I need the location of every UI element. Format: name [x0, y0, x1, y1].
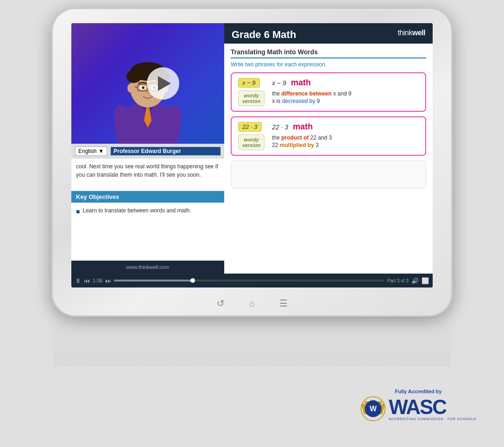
video-area — [71, 23, 224, 144]
language-label: English — [78, 148, 96, 154]
home-nav-icon[interactable]: ⌂ — [246, 297, 258, 310]
expression-card-2: 22 · 3 wordyversion 22 · 3 math the prod… — [231, 116, 426, 156]
expr-tag-2: 22 · 3 — [238, 122, 262, 132]
expr-phrase-1b: x is decreased by 9 — [272, 98, 320, 104]
tablet-screen: English ▼ Professor Edward Burger cool. … — [71, 23, 433, 287]
expr-phrase-1a: the difference between x and 9 — [272, 90, 351, 97]
progress-fill — [114, 280, 195, 281]
website-footer: www.thinkwell.com — [71, 261, 224, 274]
course-title: Grade 6 Math — [232, 29, 296, 41]
language-selector[interactable]: English ▼ — [75, 147, 107, 156]
svg-point-6 — [130, 67, 147, 78]
pause-button[interactable]: ⏸ — [75, 277, 81, 284]
next-button[interactable]: ⏭ — [105, 277, 111, 284]
progress-dot — [190, 278, 195, 283]
objective-text: Learn to translate between words and mat… — [82, 207, 191, 214]
wasc-letters: WASC — [389, 397, 446, 417]
right-header: Grade 6 Math thinkwell — [224, 23, 433, 44]
wordy-version-1: wordyversion — [238, 90, 265, 106]
bullet-icon: ■ — [76, 208, 80, 215]
tablet-nav-bar: ↺ ⌂ ☰ — [214, 297, 290, 310]
svg-text:W: W — [370, 405, 377, 413]
expr-math-label-1: math — [291, 78, 311, 88]
menu-nav-icon[interactable]: ☰ — [277, 297, 290, 310]
expr-right-1: x − 9 math the difference between x and … — [272, 78, 419, 104]
transcript-text: cool. Next time you see real world thing… — [76, 163, 218, 178]
dropdown-icon: ▼ — [98, 148, 104, 154]
video-controls-bar: ⏸ ⏮ 1:06 ⏭ Part 3 of 3 🔊 ⬜ — [71, 274, 433, 287]
transcript-area: cool. Next time you see real world thing… — [71, 159, 224, 191]
expression-card-1: x − 9 wordyversion x − 9 math the differ… — [231, 72, 426, 112]
wordy-version-2: wordyversion — [238, 134, 265, 150]
expr-tag-1: x − 9 — [238, 78, 260, 88]
play-button[interactable] — [147, 67, 179, 100]
left-panel: English ▼ Professor Edward Burger cool. … — [71, 23, 224, 274]
empty-card — [231, 160, 426, 188]
tablet-reflection — [53, 311, 451, 366]
expr-equation-2: 22 · 3 — [272, 123, 288, 131]
brand-well: well — [412, 29, 425, 37]
right-content: Translating Math into Words Write two ph… — [224, 44, 433, 274]
brand-think: think — [397, 29, 412, 37]
right-panel: Grade 6 Math thinkwell Translating Math … — [224, 23, 433, 274]
wasc-subtext: ACCREDITING COMMISSION FOR SCHOOLS — [389, 417, 476, 421]
svg-point-15 — [142, 86, 145, 89]
objectives-content: ■ Learn to translate between words and m… — [71, 203, 224, 261]
part-label: Part 3 of 3 — [387, 278, 409, 283]
expr-phrase-2b: 22 multiplied by 3 — [272, 142, 319, 148]
brand-logo: thinkwell — [397, 29, 425, 37]
expr-phrase-2a: the product of 22 and 3 — [272, 134, 332, 141]
accreditation-badge: Fully Accredited by W — [360, 389, 476, 421]
prev-button[interactable]: ⏮ — [84, 277, 90, 284]
fullscreen-icon[interactable]: ⬜ — [422, 277, 429, 284]
expr-right-2: 22 · 3 math the product of 22 and 3 22 m… — [272, 122, 419, 148]
play-icon — [158, 76, 171, 91]
expr-math-label-2: math — [293, 122, 313, 132]
language-bar: English ▼ Professor Edward Burger — [71, 144, 224, 159]
back-nav-icon[interactable]: ↺ — [214, 297, 227, 310]
expr-math-line-1: x − 9 math — [272, 78, 311, 88]
accred-fully-text: Fully Accredited by — [395, 389, 442, 394]
expr-math-line-2: 22 · 3 math — [272, 122, 313, 132]
svg-point-18 — [127, 83, 134, 93]
expr-left-1: x − 9 wordyversion — [238, 78, 265, 106]
lesson-instruction: Write two phrases for each expression. — [231, 61, 426, 68]
objective-item: ■ Learn to translate between words and m… — [76, 207, 220, 215]
progress-bar[interactable] — [114, 280, 384, 281]
professor-name: Professor Edward Burger — [111, 147, 220, 155]
time-display: 1:06 — [93, 278, 102, 283]
objectives-header: Key Objectives — [71, 191, 224, 203]
lesson-title: Translating Math into Words — [231, 48, 426, 58]
expr-equation-1: x − 9 — [272, 79, 286, 87]
tablet-device: English ▼ Professor Edward Burger cool. … — [53, 9, 451, 315]
expr-left-2: 22 · 3 wordyversion — [238, 122, 265, 150]
volume-icon[interactable]: 🔊 — [411, 277, 419, 284]
wasc-emblem: W — [360, 396, 386, 421]
